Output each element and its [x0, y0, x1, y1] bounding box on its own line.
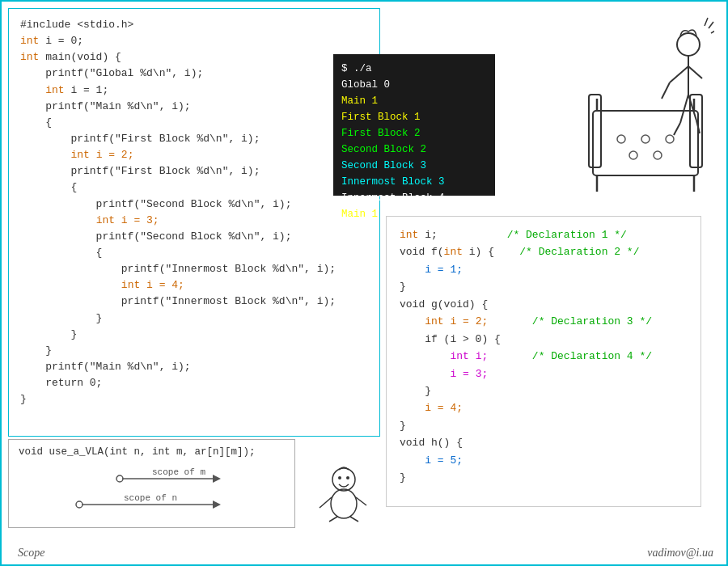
- person-bed-svg: [569, 14, 714, 200]
- footer-title: Scope: [18, 547, 44, 560]
- svg-point-24: [116, 475, 123, 482]
- svg-text:scope of n: scope of n: [124, 493, 177, 503]
- code-panel-topleft: #include <stdio.h>int i = 0;int main(voi…: [8, 8, 380, 437]
- svg-point-32: [332, 468, 355, 491]
- baby-svg: [303, 463, 380, 524]
- svg-point-11: [654, 151, 662, 159]
- terminal-panel: $ ./aGlobal 0Main 1First Block 1First Bl…: [333, 54, 495, 196]
- svg-point-12: [677, 33, 700, 56]
- svg-line-38: [329, 517, 337, 522]
- svg-point-35: [331, 489, 357, 518]
- svg-line-22: [709, 22, 713, 28]
- svg-marker-30: [213, 501, 221, 509]
- svg-point-34: [346, 476, 349, 479]
- baby-illustration: [301, 461, 382, 526]
- svg-line-16: [688, 66, 702, 78]
- svg-line-36: [320, 497, 332, 508]
- svg-point-8: [641, 135, 650, 143]
- svg-text:scope of m: scope of m: [152, 467, 205, 477]
- svg-point-33: [338, 476, 341, 479]
- vla-signature: void use_a_VLA(int n, int m, ar[n][m]);: [19, 446, 285, 458]
- illustration-person: [565, 6, 718, 208]
- terminal-output: $ ./aGlobal 0Main 1First Block 1First Bl…: [341, 61, 487, 222]
- svg-marker-26: [213, 475, 221, 483]
- svg-line-21: [705, 18, 708, 26]
- svg-point-7: [617, 135, 625, 143]
- svg-line-23: [711, 30, 714, 33]
- svg-point-10: [629, 151, 637, 159]
- svg-line-14: [670, 66, 688, 82]
- svg-point-9: [666, 135, 674, 143]
- svg-line-37: [356, 497, 366, 505]
- svg-rect-5: [589, 95, 601, 167]
- svg-line-18: [674, 123, 680, 135]
- svg-point-28: [76, 501, 83, 508]
- right-panel-code: int i; /* Declaration 1 */void f(int i) …: [400, 226, 688, 487]
- svg-line-17: [680, 95, 688, 123]
- code-panel-right: int i; /* Declaration 1 */void f(int i) …: [386, 216, 701, 507]
- footer-author: vadimov@i.ua: [647, 547, 713, 560]
- svg-line-39: [350, 517, 358, 522]
- topleft-code: #include <stdio.h>int i = 0;int main(voi…: [20, 17, 368, 408]
- svg-line-15: [662, 82, 670, 99]
- scope-diagram: scope of m scope of n: [19, 464, 285, 521]
- vla-panel: void use_a_VLA(int n, int m, ar[n][m]); …: [8, 439, 295, 528]
- footer: Scope vadimov@i.ua: [2, 547, 728, 560]
